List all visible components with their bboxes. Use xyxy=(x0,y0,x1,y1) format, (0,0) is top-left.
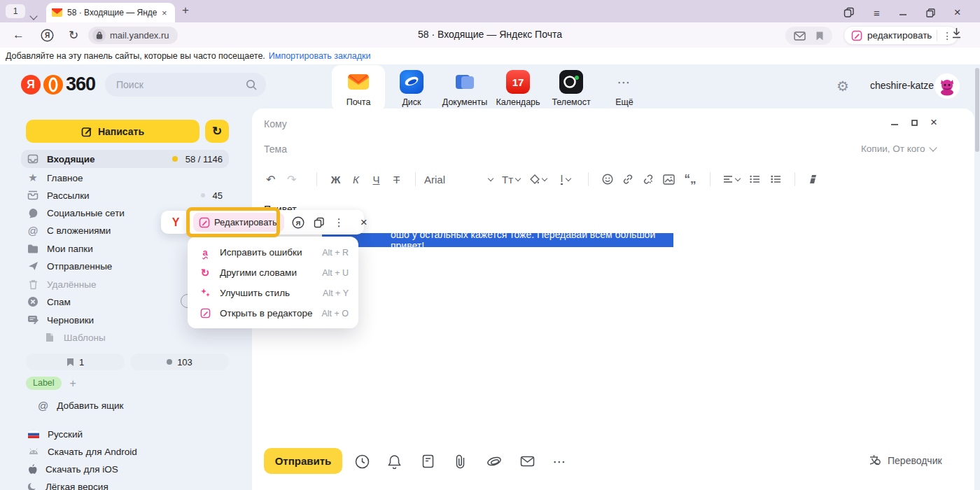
tray-icon xyxy=(27,190,39,200)
cc-from-toggle[interactable]: Копии, От кого xyxy=(861,144,936,154)
light-version-link[interactable]: Лёгкая версия xyxy=(21,478,108,490)
bullet-list-icon[interactable] xyxy=(744,175,765,183)
bookmark-icon[interactable] xyxy=(816,31,824,41)
unlink-icon[interactable] xyxy=(638,174,658,185)
compose-close-icon[interactable]: × xyxy=(930,118,937,127)
note-icon[interactable] xyxy=(420,454,435,469)
window-close-icon[interactable]: × xyxy=(954,6,961,20)
window-minimize-icon[interactable] xyxy=(899,8,907,17)
360-lens-icon xyxy=(43,75,63,94)
insert-image-icon[interactable] xyxy=(658,174,679,185)
download-icon[interactable] xyxy=(951,27,962,39)
attach-email-icon[interactable] xyxy=(519,454,535,469)
folder-inbox[interactable]: Входящие 58 / 1146 xyxy=(21,150,229,168)
window-restore-icon[interactable] xyxy=(926,8,935,18)
font-select[interactable]: Arial xyxy=(424,174,497,186)
to-field[interactable]: Кому xyxy=(264,118,287,130)
language-link[interactable]: Русский xyxy=(21,426,83,442)
folder-newsletters[interactable]: Рассылки 45 xyxy=(21,186,229,204)
attach-from-disk-icon[interactable] xyxy=(486,454,502,469)
undo-icon[interactable]: ↶ xyxy=(266,173,287,186)
text-color-select[interactable]: I xyxy=(552,174,580,185)
add-mailbox-link[interactable]: @ Добавить ящик xyxy=(21,397,124,414)
bookmarks-pill[interactable]: 1 xyxy=(26,354,125,370)
android-link[interactable]: Скачать для Android xyxy=(21,443,137,460)
translator-button[interactable]: Переводчик xyxy=(868,454,942,467)
reminder-bell-icon[interactable] xyxy=(386,454,402,469)
label-tag[interactable]: Label xyxy=(26,377,62,390)
link-icon[interactable] xyxy=(617,174,638,185)
ai-edit-button[interactable]: Редактировать xyxy=(193,213,284,232)
fill-color-select[interactable] xyxy=(525,174,552,184)
quote-icon[interactable]: “„ xyxy=(679,172,701,186)
selected-text[interactable]: ошо у остальных кажется тоже. Передавай … xyxy=(322,233,673,247)
service-telemost[interactable]: Телемост xyxy=(545,70,598,107)
mail-notification-icon[interactable] xyxy=(794,31,806,41)
compose-collapse-icon[interactable] xyxy=(911,120,918,126)
service-more[interactable]: ⋯ Ещё xyxy=(598,70,651,107)
bold-icon[interactable]: Ж xyxy=(326,174,346,186)
menu-item-improve-style[interactable]: Улучшить стиль Alt + Y xyxy=(188,283,358,303)
add-label-icon[interactable]: + xyxy=(70,377,76,390)
ios-link[interactable]: Скачать для iOS xyxy=(21,461,118,477)
back-icon[interactable]: ← xyxy=(13,28,24,42)
kebab-menu-icon[interactable]: ⋮ xyxy=(334,216,344,229)
folder-templates[interactable]: Шаблоны xyxy=(21,328,229,346)
unread-pill[interactable]: 103 xyxy=(130,354,229,370)
menu-item-rephrase[interactable]: ↻ Другими словами Alt + U xyxy=(188,262,358,283)
yandex-browser-icon[interactable]: Я xyxy=(41,29,54,42)
emoji-icon[interactable] xyxy=(597,174,617,185)
service-disk[interactable]: Диск xyxy=(385,70,438,107)
yandex-search-icon[interactable]: Я xyxy=(292,216,304,229)
browser-tab[interactable]: 58 · Входящие — Яндек × xyxy=(46,3,175,22)
avatar[interactable] xyxy=(934,74,960,99)
more-options-icon[interactable]: ⋯ xyxy=(552,454,568,469)
dot-icon xyxy=(167,359,172,365)
search-box[interactable] xyxy=(105,73,266,97)
import-bookmarks-link[interactable]: Импортировать закладки xyxy=(269,51,371,61)
yandex360-logo[interactable]: Я 360 xyxy=(21,74,95,95)
search-icon[interactable] xyxy=(246,79,258,91)
reload-icon[interactable]: ↻ xyxy=(69,28,78,43)
url-field[interactable]: mail.yandex.ru xyxy=(88,27,178,44)
tab-panels-icon[interactable] xyxy=(844,7,855,18)
menu-item-fix-errors[interactable]: a Исправить ошибки Alt + R xyxy=(188,242,358,262)
folder-count: 58 / 1146 xyxy=(186,154,223,164)
italic-icon[interactable]: К xyxy=(346,174,366,186)
service-docs[interactable]: Документы xyxy=(438,70,491,107)
eraser-icon[interactable] xyxy=(804,174,824,184)
browser-edit-button[interactable]: редактировать ⋮ xyxy=(844,26,958,45)
url-text: mail.yandex.ru xyxy=(110,30,169,41)
menu-item-open-editor[interactable]: Открыть в редакторе Alt + O xyxy=(188,303,358,323)
font-size-select[interactable]: Tт xyxy=(497,174,525,186)
numbered-list-icon[interactable] xyxy=(765,175,786,183)
ai-assistant-chip[interactable]: Y xyxy=(161,211,190,234)
subject-field[interactable]: Тема xyxy=(264,144,287,155)
send-button[interactable]: Отправить xyxy=(264,448,342,474)
copy-icon[interactable] xyxy=(314,217,325,228)
folder-main[interactable]: ★ Главное xyxy=(21,169,229,187)
schedule-clock-icon[interactable] xyxy=(354,454,370,469)
tab-group-count[interactable]: 1 xyxy=(6,4,25,18)
browser-menu-icon[interactable]: ≡ xyxy=(874,7,880,19)
underline-icon[interactable]: Ч xyxy=(366,174,386,186)
align-select[interactable] xyxy=(719,175,744,183)
search-input[interactable] xyxy=(116,79,246,90)
service-mail[interactable]: Почта xyxy=(332,65,385,111)
tab-close-icon[interactable]: × xyxy=(162,8,167,18)
attach-file-icon[interactable] xyxy=(453,454,468,469)
close-toolbar-icon[interactable]: × xyxy=(360,216,368,230)
edit-pencil-icon xyxy=(851,30,862,41)
service-calendar[interactable]: 17 Календарь xyxy=(491,70,545,107)
lock-icon[interactable] xyxy=(92,29,106,42)
compose-minimize-icon[interactable] xyxy=(890,118,899,127)
strikethrough-icon[interactable]: Т xyxy=(386,174,407,186)
refresh-button[interactable]: ↻ xyxy=(205,120,229,143)
username[interactable]: cheshire-katze xyxy=(870,80,934,91)
redo-icon[interactable]: ↷ xyxy=(287,173,308,186)
new-tab-button[interactable]: + xyxy=(182,4,189,18)
settings-gear-icon[interactable]: ⚙ xyxy=(836,78,849,94)
tab-list-chevron-icon[interactable] xyxy=(31,9,36,22)
compose-button[interactable]: Написать xyxy=(26,120,200,143)
scrollbar-thumb[interactable] xyxy=(975,68,979,152)
